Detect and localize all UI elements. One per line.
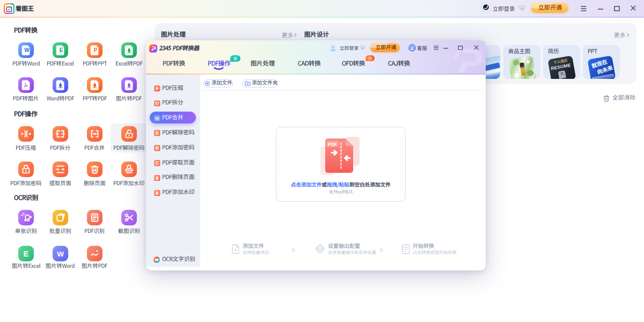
svg-text:E: E (23, 249, 28, 258)
svg-text:W: W (57, 250, 64, 258)
svg-text:PDF: PDF (328, 142, 337, 147)
svg-text:E: E (59, 47, 63, 53)
svg-text:W: W (24, 47, 30, 53)
svg-text:P: P (93, 47, 97, 53)
